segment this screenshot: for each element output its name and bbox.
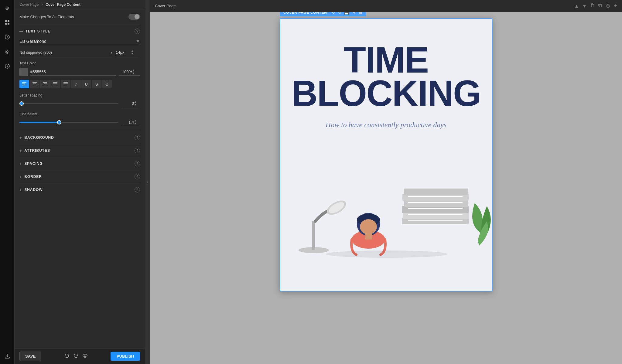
canvas-delete-button[interactable] — [590, 3, 595, 9]
align-center-button[interactable] — [30, 80, 39, 88]
make-changes-toggle[interactable] — [128, 14, 140, 20]
pages-icon[interactable] — [2, 18, 12, 27]
border-expand-header[interactable]: + BORDER ? — [19, 174, 140, 179]
background-expand-header[interactable]: + BACKGROUND ? — [19, 135, 140, 140]
letter-spacing-track[interactable] — [19, 103, 118, 104]
shadow-help-icon[interactable]: ? — [135, 187, 140, 192]
font-size-up-button[interactable]: ▲ — [131, 49, 134, 52]
align-right-button[interactable] — [40, 80, 50, 88]
font-weight-value: Not supported (300) — [19, 50, 52, 55]
publish-button[interactable]: PUBLISH — [111, 352, 140, 361]
canvas-actions: ▲ ▼ + — [574, 2, 617, 9]
breadcrumb-parent[interactable]: Cover Page — [19, 2, 39, 7]
letter-spacing-thumb[interactable] — [19, 101, 24, 106]
background-expand-icon: + — [19, 135, 22, 140]
font-size-down-button[interactable]: ▼ — [131, 53, 134, 55]
cover-title-line1: TIME — [289, 43, 483, 77]
collapse-handle[interactable]: ‹ — [145, 0, 150, 364]
redo-button[interactable] — [73, 353, 79, 360]
attributes-expand-header[interactable]: + ATTRIBUTES ? — [19, 148, 140, 153]
background-help-icon[interactable]: ? — [135, 135, 140, 140]
text-style-help-icon[interactable]: ? — [135, 29, 140, 34]
delete-content-icon[interactable]: 🗑 — [358, 12, 363, 15]
cover-title-line2: BLOCKING — [289, 77, 483, 110]
line-height-down-button[interactable]: ▼ — [134, 122, 137, 125]
canvas-up-button[interactable]: ▲ — [574, 3, 579, 9]
line-height-thumb[interactable] — [57, 120, 61, 124]
spacing-expand-header[interactable]: + SPACING ? — [19, 161, 140, 166]
line-height-input[interactable] — [123, 120, 134, 124]
svg-point-30 — [84, 355, 86, 357]
attributes-help-icon[interactable]: ? — [135, 148, 140, 153]
toggle-knob — [135, 14, 139, 19]
undo-button[interactable] — [64, 353, 70, 360]
opacity-input[interactable] — [120, 70, 132, 74]
divider-1 — [19, 25, 140, 25]
edit-content-icon[interactable]: ✎ — [352, 12, 356, 15]
opacity-up-button[interactable]: ▲ — [132, 69, 135, 72]
shadow-expand-icon: + — [19, 187, 22, 192]
spacing-section: + SPACING ? — [19, 157, 140, 170]
refresh-icon[interactable]: ↻ — [332, 12, 336, 15]
font-weight-select[interactable]: Not supported (300) ▼ — [19, 49, 113, 56]
shadow-expand-header[interactable]: + SHADOW ? — [19, 187, 140, 192]
canvas-down-button[interactable]: ▼ — [582, 3, 587, 9]
font-size-input-wrap: ▲ ▼ — [116, 49, 140, 56]
spacing-help-icon[interactable]: ? — [135, 161, 140, 166]
text-style-collapse-icon[interactable]: — — [19, 29, 23, 33]
italic-button[interactable]: I — [71, 80, 81, 88]
canvas-viewport[interactable]: COVER PAGE CONTENT ↻ ↺ 💾 ✎ 🗑 TIME BLOCKI… — [150, 12, 622, 364]
make-changes-row: Make Changes To All Elements — [19, 14, 140, 20]
reset-icon[interactable]: ↺ — [338, 12, 342, 15]
color-swatch[interactable] — [19, 68, 28, 76]
canvas-topbar: Cover Page ▲ ▼ + — [150, 0, 622, 12]
save-button[interactable]: SAVE — [19, 352, 41, 361]
align-left-button[interactable] — [19, 80, 29, 88]
help-icon[interactable]: ? — [2, 61, 12, 71]
svg-rect-44 — [402, 206, 469, 213]
settings-icon[interactable] — [2, 47, 12, 56]
justify-button[interactable] — [61, 80, 70, 88]
line-height-track[interactable] — [19, 122, 118, 123]
history-icon[interactable] — [2, 32, 12, 42]
attributes-title-row: + ATTRIBUTES — [19, 148, 50, 153]
spacing-expand-icon: + — [19, 161, 22, 166]
svg-rect-43 — [403, 212, 469, 219]
border-help-icon[interactable]: ? — [135, 174, 140, 179]
strikethrough-button[interactable]: S — [92, 80, 101, 88]
weight-size-row: Not supported (300) ▼ ▲ ▼ — [19, 49, 140, 56]
opacity-down-button[interactable]: ▼ — [132, 72, 135, 75]
overline-button[interactable]: O — [102, 80, 112, 88]
color-hex-input[interactable] — [30, 68, 116, 76]
font-weight-arrow-icon: ▼ — [110, 51, 113, 54]
svg-point-53 — [326, 250, 447, 258]
side-panel: Cover Page › Cover Page Content Make Cha… — [15, 0, 145, 364]
line-height-section: Line height ▲ ▼ — [19, 112, 140, 126]
letter-spacing-up-button[interactable]: ▲ — [134, 100, 137, 103]
font-size-input[interactable] — [116, 50, 131, 55]
shadow-title-row: + SHADOW — [19, 187, 43, 192]
svg-rect-1 — [8, 20, 9, 22]
line-height-row: ▲ ▼ — [19, 119, 140, 126]
underline-button[interactable]: U — [81, 80, 91, 88]
spacing-title: SPACING — [24, 162, 43, 166]
canvas-copy-button[interactable] — [598, 3, 603, 9]
font-size-stepper: ▲ ▼ — [131, 49, 134, 55]
make-changes-label: Make Changes To All Elements — [19, 15, 74, 19]
letter-spacing-input[interactable] — [123, 101, 134, 106]
line-height-up-button[interactable]: ▲ — [134, 119, 137, 122]
export-icon[interactable] — [2, 351, 12, 361]
svg-rect-34 — [312, 221, 315, 250]
section-title-row: — TEXT STYLE — [19, 29, 50, 33]
save-content-icon[interactable]: 💾 — [344, 12, 350, 15]
preview-button[interactable] — [82, 353, 88, 360]
canvas-lock-button[interactable] — [606, 3, 610, 9]
add-icon[interactable]: ⊕ — [2, 3, 12, 13]
canvas-add-button[interactable]: + — [613, 2, 617, 9]
align-justify-left-button[interactable] — [50, 80, 60, 88]
background-title-row: + BACKGROUND — [19, 135, 54, 140]
attributes-title: ATTRIBUTES — [24, 148, 50, 153]
font-family-select[interactable]: EB Garamond ▼ — [19, 38, 140, 45]
letter-spacing-down-button[interactable]: ▼ — [134, 104, 137, 106]
breadcrumb-separator: › — [42, 2, 43, 7]
